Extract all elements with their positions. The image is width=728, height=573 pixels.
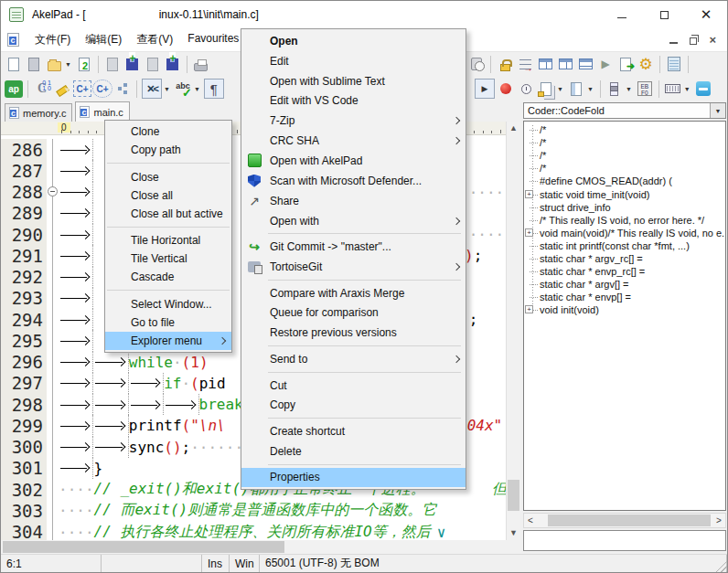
close-button[interactable]: ✕ (685, 1, 727, 28)
doc-plain-icon[interactable] (25, 55, 43, 73)
codefold-item[interactable]: static char * envp_rc[] = (524, 265, 725, 278)
codefold-item[interactable]: +void init(void) (524, 303, 725, 316)
clock-doc-icon[interactable] (517, 80, 535, 98)
dropdown-arrow-icon[interactable]: ▼ (557, 86, 563, 92)
menu-item-tile-horizontal[interactable]: Tile Horizontal (105, 231, 231, 249)
panel-hscrollbar[interactable]: < > (523, 513, 726, 528)
menu-item-create-shortcut[interactable]: Create shortcut (241, 421, 466, 441)
codefold-item[interactable]: /* (524, 149, 725, 162)
doc-dim-icon[interactable] (144, 55, 162, 73)
tile-h-icon[interactable] (576, 55, 594, 73)
menu-item-open[interactable]: Open (241, 31, 466, 51)
mdi-restore-icon[interactable] (690, 37, 697, 45)
menu-item-delete[interactable]: Delete (241, 441, 466, 462)
menu-item-close[interactable]: Close (105, 168, 231, 186)
codefold-item[interactable]: /* (524, 136, 725, 149)
gear-icon[interactable]: ⚙ (637, 55, 655, 73)
mdi-close-icon[interactable]: × (709, 36, 716, 45)
wrap-off-icon[interactable]: ✕< (142, 79, 162, 99)
spell-abc-icon[interactable]: abc✓ (174, 80, 192, 98)
play-box-icon[interactable]: ▶ (475, 79, 495, 99)
codefold-item[interactable]: struct drive_info (524, 201, 725, 214)
doc-go-icon[interactable]: ➜ (616, 55, 635, 73)
codefold-item[interactable]: +void main(void)/* This really IS void, … (524, 227, 725, 239)
panel-search-input[interactable] (523, 530, 726, 551)
codefold-item[interactable]: /* (524, 162, 725, 175)
lock-copy-icon[interactable] (537, 80, 555, 98)
lock-icon[interactable] (496, 55, 514, 73)
expand-icon[interactable]: + (525, 190, 533, 198)
fold-collapse-icon[interactable] (48, 186, 58, 196)
highlighter-icon[interactable] (53, 80, 71, 98)
menu-item-scan-with-microsoft-defender[interactable]: Scan with Microsoft Defender... (241, 171, 466, 191)
dropdown-arrow-icon[interactable]: ▼ (684, 86, 691, 92)
indent-icon[interactable] (516, 55, 534, 73)
codefold-item[interactable]: /* This really IS void, no error here. *… (524, 214, 725, 227)
menu-item-open-with-akelpad[interactable]: Open with AkelPad (241, 151, 466, 171)
editor-vscrollbar[interactable]: ▲ ▼ (506, 122, 520, 540)
menu-item-open-with[interactable]: Open with (241, 211, 466, 231)
expand-icon[interactable]: + (525, 305, 533, 313)
scroll-right-icon[interactable]: > (712, 515, 725, 525)
menu-item-select-window[interactable]: Select Window... (105, 295, 231, 313)
play-icon[interactable]: ▶ (596, 55, 615, 73)
editor-hscrollbar[interactable] (1, 540, 520, 554)
dropdown-arrow-icon[interactable]: ▼ (65, 61, 71, 68)
menu-f[interactable]: 文件(F) (27, 28, 78, 51)
menu-item-cascade[interactable]: Cascade (105, 268, 231, 286)
menu-item-edit[interactable]: Edit (241, 51, 466, 71)
ebfo-icon[interactable]: EBF0 (636, 80, 654, 98)
menu-item-copy-path[interactable]: Copy path (105, 141, 231, 159)
menu-v[interactable]: 查看(V) (129, 28, 180, 51)
codefold-item[interactable]: +static void time_init(void) (524, 187, 725, 200)
codefold-item[interactable]: static char * envp[] = (524, 291, 725, 303)
menu-e[interactable]: 编辑(E) (78, 28, 129, 51)
minimize-button[interactable] (601, 1, 643, 28)
menu-item-close-all-but-active[interactable]: Close all but active (105, 205, 231, 223)
combo-dropdown-icon[interactable]: ▼ (710, 103, 725, 118)
paste-clock-icon[interactable] (467, 55, 486, 73)
scroll-down-icon[interactable]: ▼ (507, 526, 520, 540)
hscroll-thumb[interactable] (3, 541, 284, 553)
save-plus-icon[interactable] (123, 55, 142, 73)
c-plus-icon[interactable]: C+ (73, 80, 91, 98)
c-circle-icon[interactable]: C+ (93, 80, 112, 98)
menu-item-go-to-file[interactable]: Go to file (105, 313, 231, 332)
akelpad-badge-icon[interactable]: ap (5, 80, 23, 98)
maximize-button[interactable] (643, 1, 685, 28)
menu-item-edit-with-vs-code[interactable]: Edit with VS Code (241, 91, 466, 111)
doc-dim-icon[interactable] (103, 55, 122, 73)
menu-item-7-zip[interactable]: 7-Zip (241, 111, 466, 131)
mdi-minimize-icon[interactable] (669, 42, 678, 44)
codefold-item[interactable]: static char * argv[] = (524, 278, 725, 291)
menu-item-copy[interactable]: Copy (241, 395, 466, 415)
dropdown-arrow-icon[interactable]: ▼ (194, 86, 200, 92)
menu-item-tortoisegit[interactable]: TortoiseGit (241, 257, 466, 277)
menu-item-queue-for-comparison[interactable]: Queue for comparison (241, 303, 466, 324)
refresh-doc-icon[interactable]: 2 (75, 55, 93, 73)
menu-item-open-with-sublime-text[interactable]: Open with Sublime Text (241, 71, 466, 91)
panel-hscroll-thumb[interactable] (548, 515, 711, 526)
doc-template-icon[interactable] (567, 80, 585, 98)
menu-item-properties[interactable]: Properties (241, 468, 466, 488)
open-folder-icon[interactable] (45, 55, 63, 73)
menu-item-clone[interactable]: Clone (105, 122, 231, 141)
menu-favourites[interactable]: Favourites (180, 28, 246, 51)
menu-item-cut[interactable]: Cut (241, 376, 466, 396)
codefold-item[interactable]: #define CMOS_READ(addr) ( (524, 175, 725, 187)
codefold-item[interactable]: static int printf(const char *fmt, ...) (524, 239, 725, 252)
menu-item-git-commit-master[interactable]: ↪Git Commit -> "master"... (241, 237, 466, 257)
vscroll-thumb[interactable] (508, 480, 519, 511)
keyboard-icon[interactable] (664, 80, 682, 98)
tree-nodes-icon[interactable] (113, 80, 132, 98)
dot-red-icon[interactable] (497, 80, 515, 98)
dropdown-arrow-icon[interactable]: ▼ (587, 86, 594, 92)
grid4-icon[interactable] (536, 55, 554, 73)
dropdown-arrow-icon[interactable]: ▼ (626, 86, 632, 92)
minus-blue-icon[interactable] (694, 80, 712, 98)
pilcrow-icon[interactable]: ¶ (204, 79, 224, 99)
tile-v-icon[interactable] (556, 55, 574, 73)
plugin-selector[interactable]: Coder::CodeFold ▼ (523, 102, 726, 119)
c01-icon[interactable]: C0 11 0 (33, 80, 51, 98)
menu-item-close-all[interactable]: Close all (105, 186, 231, 205)
